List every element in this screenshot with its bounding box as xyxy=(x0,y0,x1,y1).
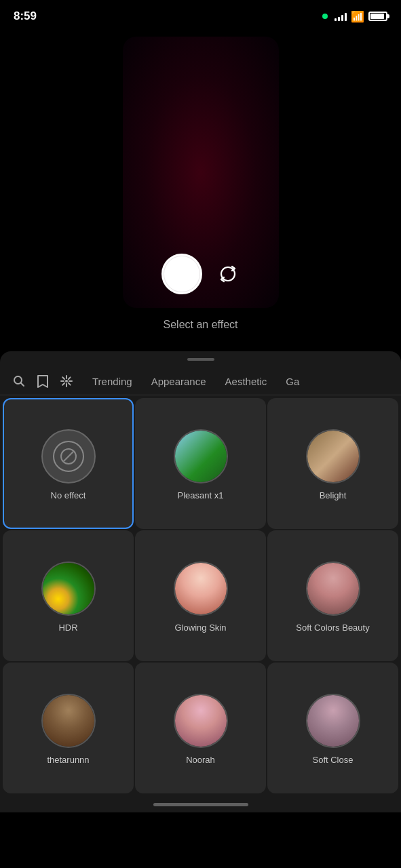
no-effect-icon xyxy=(59,447,78,466)
status-time: 8:59 xyxy=(14,9,37,23)
tab-ga[interactable]: Ga xyxy=(276,369,309,394)
battery-icon xyxy=(368,12,387,21)
search-tab-icon[interactable] xyxy=(11,368,35,395)
effect-item-soft-close[interactable]: Soft Close xyxy=(267,663,398,793)
home-indicator xyxy=(0,796,401,812)
effect-name-soft-close: Soft Close xyxy=(313,755,354,765)
shutter-button[interactable] xyxy=(161,254,202,294)
panel-handle xyxy=(0,351,401,365)
effect-item-belight[interactable]: Belight xyxy=(267,398,398,529)
status-bar: 8:59 📶 xyxy=(0,0,401,30)
svg-line-3 xyxy=(63,451,74,462)
effect-name-soft-colors-beauty: Soft Colors Beauty xyxy=(296,623,369,633)
bookmark-tab-icon[interactable] xyxy=(35,368,58,395)
tab-trending[interactable]: Trending xyxy=(83,369,142,394)
effect-item-no-effect[interactable]: No effect xyxy=(3,398,134,529)
tab-appearance[interactable]: Appearance xyxy=(142,369,216,394)
effect-item-soft-colors-beauty[interactable]: Soft Colors Beauty xyxy=(267,530,398,661)
camera-active-dot xyxy=(322,14,328,19)
effect-name-glowing-skin: Glowing Skin xyxy=(175,623,227,633)
effect-thumbnail-soft-close xyxy=(306,694,360,748)
select-effect-label: Select an effect xyxy=(164,319,238,331)
effect-thumbnail-belight xyxy=(306,429,360,484)
effect-thumbnail-pleasant-x1 xyxy=(174,429,228,484)
effect-name-no-effect: No effect xyxy=(51,490,86,500)
signal-icon xyxy=(335,12,347,21)
sparkle-tab-icon[interactable] xyxy=(58,368,83,395)
effect-name-noorah: Noorah xyxy=(186,755,215,765)
effect-thumbnail-thetarunnn xyxy=(41,694,96,748)
status-icons: 📶 xyxy=(322,10,387,23)
effect-name-pleasant-x1: Pleasant x1 xyxy=(178,490,224,500)
effect-thumbnail-hdr xyxy=(41,561,96,616)
effect-thumbnail-glowing-skin xyxy=(174,561,228,616)
effect-name-hdr: HDR xyxy=(58,623,77,633)
effects-panel: Trending Appearance Aesthetic Ga No effe… xyxy=(0,351,401,812)
effect-name-belight: Belight xyxy=(320,490,347,500)
effect-item-hdr[interactable]: HDR xyxy=(3,530,134,661)
wifi-icon: 📶 xyxy=(351,10,364,23)
flip-icon xyxy=(218,264,237,283)
effect-item-thetarunnn[interactable]: thetarunnn xyxy=(3,663,134,793)
effects-grid: No effect Pleasant x1 Belight HDR xyxy=(0,395,401,796)
effect-thumbnail-no-effect xyxy=(41,429,96,484)
camera-area: Select an effect xyxy=(0,30,401,344)
bookmark-icon xyxy=(37,374,49,388)
effect-thumbnail-noorah xyxy=(174,694,228,748)
flip-camera-button[interactable] xyxy=(216,262,240,286)
effect-name-thetarunnn: thetarunnn xyxy=(47,755,89,765)
tab-aesthetic[interactable]: Aesthetic xyxy=(216,369,277,394)
camera-controls xyxy=(161,254,240,294)
filter-tabs: Trending Appearance Aesthetic Ga xyxy=(0,365,401,395)
effect-item-glowing-skin[interactable]: Glowing Skin xyxy=(135,530,266,661)
effect-item-pleasant-x1[interactable]: Pleasant x1 xyxy=(135,398,266,529)
sparkle-icon xyxy=(60,374,73,388)
effect-thumbnail-soft-colors-beauty xyxy=(306,561,360,616)
search-icon xyxy=(12,374,26,388)
effect-item-noorah[interactable]: Noorah xyxy=(135,663,266,793)
camera-preview xyxy=(123,37,279,308)
svg-point-1 xyxy=(65,380,68,382)
